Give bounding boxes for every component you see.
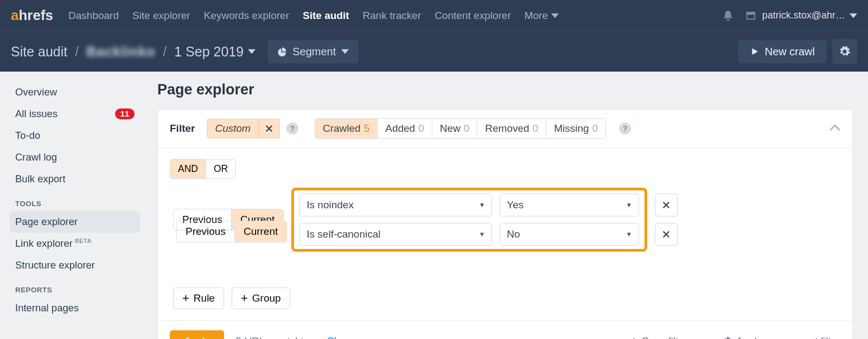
pill-removed[interactable]: Removed0 bbox=[477, 119, 546, 138]
logo[interactable]: ahrefs bbox=[11, 7, 53, 24]
metric-select[interactable]: Is noindex▼ bbox=[299, 194, 492, 216]
help-icon-pills[interactable]: ? bbox=[619, 123, 631, 135]
nav-more[interactable]: More bbox=[525, 10, 559, 22]
sidebar-section-tools: TOOLS bbox=[10, 190, 140, 211]
sidebar-item-todo[interactable]: To-do bbox=[10, 125, 140, 146]
filter-rule-row: Previous Current Is noindex▼ Yes▼ Is sel… bbox=[170, 188, 840, 252]
remove-rule-button[interactable] bbox=[655, 194, 678, 216]
nav-site-audit[interactable]: Site audit bbox=[303, 10, 349, 22]
pie-icon bbox=[277, 47, 287, 56]
sidebar-item-link-explorer[interactable]: Link explorerBETA bbox=[10, 233, 140, 254]
nav-rank-tracker[interactable]: Rank tracker bbox=[363, 10, 422, 22]
nav-dashboard[interactable]: Dashboard bbox=[68, 10, 119, 22]
breadcrumb-bar: Site audit / Backlinko / 1 Sep 2019 Segm… bbox=[0, 31, 868, 72]
breadcrumb: Site audit / Backlinko / 1 Sep 2019 bbox=[11, 44, 256, 60]
sidebar-item-page-explorer[interactable]: Page explorer bbox=[10, 211, 140, 233]
plus-icon: + bbox=[241, 292, 248, 304]
sidebar-item-overview[interactable]: Overview bbox=[10, 81, 140, 103]
save-filter-button[interactable]: +Save filter as... bbox=[630, 335, 710, 339]
nav-content-explorer[interactable]: Content explorer bbox=[435, 10, 510, 22]
apply-segment-button[interactable]: Apply as segment filter bbox=[722, 335, 840, 339]
window-icon[interactable] bbox=[745, 10, 757, 22]
sidebar-item-bulk-export[interactable]: Bulk export bbox=[10, 168, 140, 190]
beta-badge: BETA bbox=[75, 238, 92, 244]
plus-icon: + bbox=[630, 335, 637, 339]
logic-and[interactable]: AND bbox=[170, 159, 206, 178]
value-select[interactable]: Yes▼ bbox=[500, 194, 639, 216]
close-icon bbox=[661, 200, 671, 210]
pill-new[interactable]: New0 bbox=[432, 119, 478, 138]
new-crawl-button[interactable]: New crawl bbox=[738, 40, 827, 63]
prev-current-toggle: Previous Current bbox=[176, 221, 287, 242]
breadcrumb-date[interactable]: 1 Sep 2019 bbox=[174, 44, 256, 60]
plus-icon: + bbox=[182, 292, 189, 304]
remove-rule-button[interactable] bbox=[655, 223, 678, 246]
value-select[interactable]: No▼ bbox=[500, 223, 639, 246]
breadcrumb-site[interactable]: Backlinko bbox=[86, 44, 155, 60]
close-icon bbox=[264, 124, 274, 133]
breadcrumb-root[interactable]: Site audit bbox=[11, 44, 67, 60]
sidebar-item-structure-explorer[interactable]: Structure explorer bbox=[10, 254, 140, 276]
status-pills: Crawled5 Added0 New0 Removed0 Missing0 bbox=[315, 118, 606, 139]
filter-label: Filter bbox=[170, 123, 195, 135]
settings-button[interactable] bbox=[832, 39, 857, 64]
add-group-button[interactable]: +Group bbox=[232, 287, 290, 309]
clear-link[interactable]: Clear bbox=[327, 335, 351, 339]
close-icon bbox=[661, 229, 671, 239]
sidebar-item-internal-pages[interactable]: Internal pages bbox=[10, 297, 140, 319]
custom-filter-chip: Custom bbox=[207, 119, 279, 138]
logic-or[interactable]: OR bbox=[206, 159, 235, 178]
user-menu[interactable]: patrick.stox@ahr… bbox=[762, 10, 857, 21]
matching-count: 5 URLs matching bbox=[236, 335, 315, 339]
pill-added[interactable]: Added0 bbox=[378, 119, 432, 138]
custom-chip-label: Custom bbox=[207, 119, 258, 138]
previous-button[interactable]: Previous bbox=[177, 221, 235, 242]
nav-site-explorer[interactable]: Site explorer bbox=[132, 10, 190, 22]
pie-icon bbox=[722, 336, 732, 339]
sidebar: Overview All issues11 To-do Crawl log Bu… bbox=[0, 72, 144, 339]
current-button[interactable]: Current bbox=[235, 221, 286, 242]
play-icon bbox=[750, 47, 760, 56]
collapse-panel[interactable] bbox=[829, 124, 840, 133]
page-title: Page explorer bbox=[157, 81, 853, 98]
add-rule-button[interactable]: +Rule bbox=[173, 287, 224, 309]
issues-badge: 11 bbox=[115, 108, 135, 119]
filter-panel: Filter Custom ? Crawled5 Added0 New0 Rem… bbox=[157, 109, 853, 339]
main: Page explorer Filter Custom ? Crawled5 A… bbox=[144, 72, 868, 339]
custom-chip-remove[interactable] bbox=[259, 121, 279, 136]
nav-keywords-explorer[interactable]: Keywords explorer bbox=[204, 10, 289, 22]
sidebar-item-all-issues[interactable]: All issues11 bbox=[10, 103, 140, 125]
gear-icon bbox=[839, 46, 851, 57]
highlighted-selects: Is noindex▼ Yes▼ Is self-canonical▼ No▼ bbox=[291, 188, 647, 252]
sidebar-item-crawl-log[interactable]: Crawl log bbox=[10, 146, 140, 168]
pill-missing[interactable]: Missing0 bbox=[546, 119, 605, 138]
help-icon[interactable]: ? bbox=[286, 123, 298, 135]
filter-footer: Apply 5 URLs matching Clear +Save filter… bbox=[158, 320, 852, 339]
segment-button[interactable]: Segment bbox=[267, 40, 359, 63]
metric-select[interactable]: Is self-canonical▼ bbox=[299, 223, 492, 246]
bell-icon[interactable] bbox=[722, 10, 734, 22]
sidebar-section-reports: REPORTS bbox=[10, 276, 140, 297]
logic-toggle: AND OR bbox=[170, 159, 236, 179]
pill-crawled[interactable]: Crawled5 bbox=[315, 119, 378, 138]
top-nav: ahrefs Dashboard Site explorer Keywords … bbox=[0, 0, 868, 31]
apply-button[interactable]: Apply bbox=[170, 330, 224, 339]
